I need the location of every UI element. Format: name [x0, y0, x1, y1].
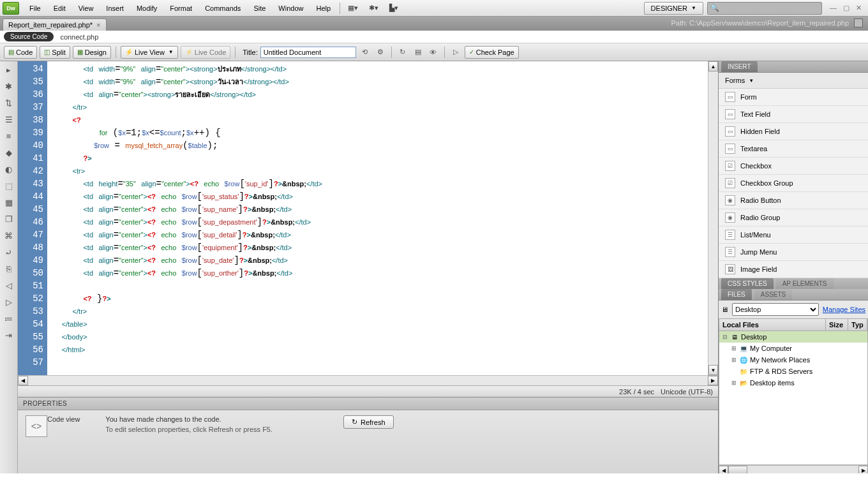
extend-icon[interactable]: ✱▾ — [367, 2, 380, 15]
close-icon[interactable]: ✕ — [856, 4, 862, 12]
insert-item-text-field[interactable]: ▭Text Field — [719, 106, 868, 123]
insert-item-hidden-field[interactable]: ▭Hidden Field — [719, 123, 868, 140]
ap-elements-tab[interactable]: AP ELEMENTS — [776, 278, 834, 289]
snippets-icon[interactable]: ❐ — [3, 213, 15, 225]
tree-item-mycomputer[interactable]: ⊞ 💻 My Computer — [719, 343, 867, 354]
nav-back-icon[interactable]: ⟲ — [359, 46, 371, 59]
menu-help[interactable]: Help — [310, 2, 337, 15]
check-page-button[interactable]: ✓Check Page — [465, 46, 519, 59]
move-right-icon[interactable]: ▷ — [3, 296, 15, 308]
preview-icon[interactable]: 👁 — [427, 46, 440, 59]
auto-indent-icon[interactable]: ▦ — [3, 197, 15, 208]
indent-icon[interactable]: ⇥ — [3, 329, 15, 341]
tree-toggle-icon[interactable]: ⊟ — [722, 334, 728, 340]
menu-insert[interactable]: Insert — [100, 2, 130, 15]
scroll-down-icon[interactable]: ▼ — [708, 365, 718, 375]
col-size[interactable]: Size — [826, 319, 848, 330]
insert-item-image-field[interactable]: 🖼Image Field — [719, 261, 868, 278]
close-tab-icon[interactable]: × — [96, 21, 100, 29]
expand-icon[interactable]: ⇅ — [3, 97, 15, 108]
layout-icon[interactable]: ▦▾ — [347, 2, 359, 15]
insert-item-form[interactable]: ▭Form — [719, 89, 868, 106]
col-type[interactable]: Typ — [848, 319, 867, 330]
move-left-icon[interactable]: ◁ — [3, 279, 15, 291]
tree-toggle-icon[interactable]: ⊞ — [731, 357, 737, 363]
recent-snips-icon[interactable]: ⎘ — [3, 263, 15, 274]
manage-sites-link[interactable]: Manage Sites — [823, 306, 865, 313]
related-files-bar: Source Code connect.php — [0, 31, 868, 43]
file-mgmt-icon[interactable]: ▤ — [412, 46, 424, 59]
minimize-icon[interactable]: — — [830, 4, 837, 12]
insert-tab[interactable]: INSERT — [721, 61, 758, 72]
site-selector[interactable]: Desktop — [732, 303, 819, 316]
properties-msg1: You have made changes to the code. — [105, 415, 273, 423]
code-area[interactable]: 34 35 36 37 38 39 40 41 42 43 44 45 46 4… — [18, 61, 718, 375]
properties-header[interactable]: PROPERTIES — [18, 397, 718, 410]
restore-icon[interactable]: ▢ — [843, 4, 849, 12]
collapse-icon[interactable]: ✱ — [3, 80, 15, 92]
code-view-button[interactable]: ▤Code — [4, 46, 37, 59]
nav-options-icon[interactable]: ⚙ — [374, 46, 387, 59]
live-view-button[interactable]: ⚡Live View▼ — [121, 46, 178, 59]
code-view-icon: <> — [26, 415, 47, 437]
col-local-files[interactable]: Local Files — [719, 319, 826, 330]
workspace-switcher[interactable]: DESIGNER ▼ — [644, 2, 703, 15]
insert-item-radio-group[interactable]: ◉Radio Group — [719, 209, 868, 226]
format-icon[interactable]: ≔ — [3, 313, 15, 324]
open-documents-icon[interactable]: ▸ — [3, 64, 15, 75]
insert-item-checkbox-group[interactable]: ☑Checkbox Group — [719, 175, 868, 192]
insert-category[interactable]: Forms▼ — [719, 73, 868, 88]
menu-edit[interactable]: Edit — [47, 2, 72, 15]
insert-item-radio-button[interactable]: ◉Radio Button — [719, 192, 868, 209]
menu-view[interactable]: View — [72, 2, 100, 15]
scroll-left-icon[interactable]: ◀ — [18, 376, 28, 385]
vertical-scrollbar[interactable]: ▲ ▼ — [708, 61, 718, 375]
highlight-icon[interactable]: ◐ — [3, 163, 15, 175]
insert-item-checkbox[interactable]: ☑Checkbox — [719, 158, 868, 175]
balance-braces-icon[interactable]: ≡ — [3, 130, 15, 142]
menu-window[interactable]: Window — [272, 2, 310, 15]
related-file-tab[interactable]: connect.php — [60, 33, 98, 41]
tree-item-network[interactable]: ⊞ 🌐 My Network Places — [719, 354, 867, 366]
main-area: ▸ ✱ ⇅ ☰ ≡ ◆ ◐ ⬚ ▦ ❐ ⌘ ⤾ ⎘ ◁ ▷ ≔ ⇥ 34 35 … — [0, 61, 868, 473]
refresh-button[interactable]: ↻ Refresh — [343, 415, 394, 429]
tree-item-ftp[interactable]: 📁 FTP & RDS Servers — [719, 366, 867, 377]
window-controls: — ▢ ✕ — [826, 4, 865, 12]
document-tab[interactable]: Report_item_repaired.php* × — [3, 19, 107, 31]
menu-commands[interactable]: Commands — [198, 2, 247, 15]
menu-format[interactable]: Format — [163, 2, 198, 15]
menu-site[interactable]: Site — [247, 2, 272, 15]
search-box[interactable]: 🔍 — [707, 2, 822, 15]
files-tab[interactable]: FILES — [721, 289, 752, 300]
menu-file[interactable]: File — [23, 2, 47, 15]
comment-icon[interactable]: ⌘ — [3, 230, 15, 241]
code-content[interactable]: <td width="9%" align="center"><strong>ปร… — [47, 61, 708, 375]
tree-root[interactable]: ⊟ 🖥 Desktop — [719, 331, 867, 343]
title-input[interactable] — [260, 47, 356, 58]
source-code-tab[interactable]: Source Code — [4, 32, 54, 41]
syntax-icon[interactable]: ⬚ — [3, 180, 15, 191]
insert-item-jump-menu[interactable]: ☰Jump Menu — [719, 244, 868, 261]
site-icon[interactable]: ▙▾ — [387, 2, 400, 15]
tree-toggle-icon[interactable]: ⊞ — [731, 380, 737, 386]
refresh-icon[interactable]: ↻ — [396, 46, 409, 59]
collapse-path-icon[interactable] — [854, 19, 863, 27]
insert-item-textarea[interactable]: ▭Textarea — [719, 140, 868, 158]
tree-item-desktop-items[interactable]: ⊞ 📂 Desktop items — [719, 377, 867, 389]
scroll-right-icon[interactable]: ▶ — [708, 376, 718, 385]
assets-tab[interactable]: ASSETS — [754, 289, 792, 300]
insert-item-list-menu[interactable]: ☰List/Menu — [719, 226, 868, 244]
design-view-button[interactable]: ▦Design — [73, 46, 111, 59]
form-item-icon: ☰ — [725, 247, 735, 257]
select-parent-icon[interactable]: ☰ — [3, 114, 15, 125]
tree-toggle-icon[interactable]: ⊞ — [731, 345, 737, 352]
wrap-tag-icon[interactable]: ⤾ — [3, 246, 15, 258]
css-styles-tab[interactable]: CSS STYLES — [721, 278, 774, 289]
visual-aids-icon[interactable]: ▷ — [449, 46, 462, 59]
split-view-button[interactable]: ◫Split — [40, 46, 70, 59]
scroll-up-icon[interactable]: ▲ — [708, 61, 718, 71]
horizontal-scrollbar[interactable]: ◀ ▶ — [18, 375, 718, 385]
menu-modify[interactable]: Modify — [130, 2, 163, 15]
line-numbers-icon[interactable]: ◆ — [3, 147, 15, 158]
files-tree[interactable]: ⊟ 🖥 Desktop ⊞ 💻 My Computer ⊞ 🌐 My Netwo… — [719, 331, 868, 465]
